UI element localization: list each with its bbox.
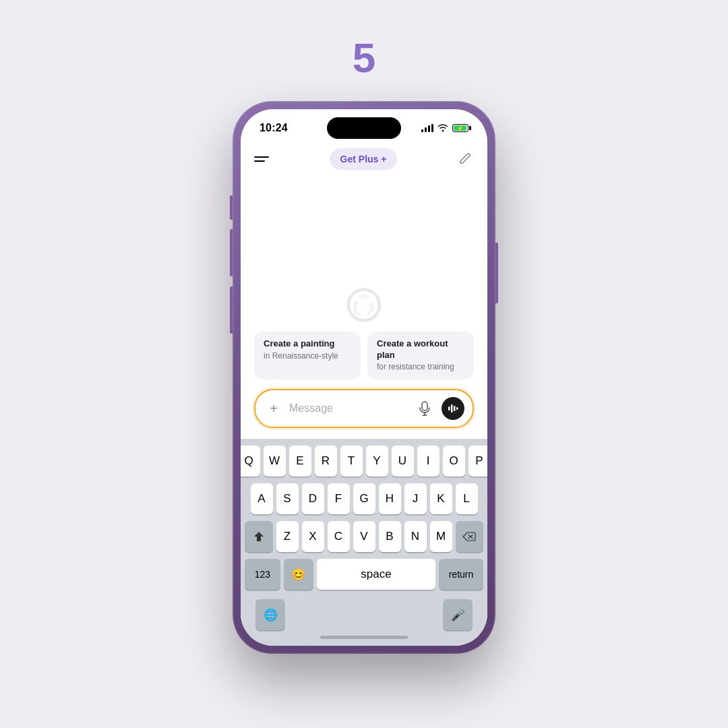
key-o[interactable]: O [443, 446, 465, 477]
key-v[interactable]: V [353, 521, 375, 552]
signal-icon [421, 124, 433, 132]
svg-rect-4 [451, 404, 453, 413]
suggestion-chip-2[interactable]: Create a workout plan for resistance tra… [367, 332, 474, 380]
status-time: 10:24 [260, 122, 288, 134]
key-r[interactable]: R [315, 446, 337, 477]
home-indicator [320, 636, 408, 639]
keyboard-row-2: A S D F G H J K L [245, 483, 483, 514]
keyboard-extra-row: 🌐 🎤 [245, 599, 483, 630]
chip-2-title: Create a workout plan [377, 338, 464, 361]
top-nav: Get Plus + [241, 143, 487, 178]
volume-down-button [230, 286, 233, 334]
key-y[interactable]: Y [366, 446, 388, 477]
mute-button [230, 195, 233, 220]
get-plus-button[interactable]: Get Plus + [330, 148, 398, 170]
attach-button[interactable]: + [265, 400, 282, 417]
key-z[interactable]: Z [276, 521, 299, 552]
message-input-wrapper: + Message [254, 389, 474, 428]
chip-1-title: Create a painting [264, 338, 351, 350]
key-a[interactable]: A [251, 483, 273, 514]
key-l[interactable]: L [456, 483, 478, 514]
microphone-button[interactable] [415, 398, 435, 419]
key-u[interactable]: U [392, 446, 414, 477]
shift-key[interactable] [245, 521, 273, 552]
wifi-icon [437, 123, 448, 133]
dynamic-island [327, 117, 401, 139]
message-input-container[interactable]: + Message [254, 389, 474, 428]
chip-2-subtitle: for resistance training [377, 362, 464, 373]
suggestion-chips: Create a painting in Renaissance-style C… [254, 332, 474, 380]
menu-button[interactable] [254, 156, 269, 162]
key-q[interactable]: Q [241, 446, 260, 477]
battery-icon: ⚡ [452, 124, 471, 132]
space-key[interactable]: space [317, 559, 435, 590]
emoji-key[interactable]: 😊 [284, 559, 313, 590]
numbers-key[interactable]: 123 [245, 559, 280, 590]
keyboard-row-3: Z X C V B N M [245, 521, 483, 552]
openai-logo [345, 286, 383, 324]
message-placeholder: Message [289, 402, 408, 415]
key-j[interactable]: J [404, 483, 427, 514]
key-m[interactable]: M [430, 521, 452, 552]
key-n[interactable]: N [404, 521, 427, 552]
delete-key[interactable] [456, 521, 484, 552]
globe-key[interactable]: 🌐 [255, 599, 285, 630]
keyboard: Q W E R T Y U I O P A S D F G [241, 439, 487, 646]
key-e[interactable]: E [289, 446, 311, 477]
svg-rect-0 [422, 402, 427, 411]
key-k[interactable]: K [430, 483, 452, 514]
return-key[interactable]: return [439, 559, 483, 590]
power-button [495, 243, 498, 303]
phone-screen: 10:24 [241, 109, 487, 646]
key-h[interactable]: H [379, 483, 401, 514]
keyboard-mic-key[interactable]: 🎤 [443, 599, 473, 630]
svg-rect-6 [456, 407, 458, 410]
key-i[interactable]: I [417, 446, 439, 477]
phone-device: 10:24 [233, 101, 495, 654]
volume-up-button [230, 229, 233, 276]
edit-button[interactable] [458, 151, 474, 167]
svg-rect-5 [454, 406, 456, 411]
key-d[interactable]: D [302, 483, 324, 514]
key-t[interactable]: T [340, 446, 363, 477]
main-content: Create a painting in Renaissance-style C… [241, 178, 487, 439]
voice-button[interactable] [442, 397, 464, 420]
key-s[interactable]: S [276, 483, 299, 514]
step-number: 5 [353, 37, 375, 79]
keyboard-row-1: Q W E R T Y U I O P [245, 446, 483, 477]
suggestion-chip-1[interactable]: Create a painting in Renaissance-style [254, 332, 361, 380]
key-x[interactable]: X [302, 521, 324, 552]
key-c[interactable]: C [328, 521, 350, 552]
key-w[interactable]: W [264, 446, 286, 477]
phone-body: 10:24 [233, 101, 495, 654]
status-icons: ⚡ [421, 123, 471, 133]
svg-rect-3 [448, 406, 450, 411]
key-b[interactable]: B [379, 521, 401, 552]
key-f[interactable]: F [328, 483, 350, 514]
key-p[interactable]: P [468, 446, 488, 477]
chip-1-subtitle: in Renaissance-style [264, 351, 351, 362]
status-bar: 10:24 [241, 109, 487, 143]
keyboard-bottom-row: 123 😊 space return [245, 559, 483, 593]
key-g[interactable]: G [353, 483, 375, 514]
